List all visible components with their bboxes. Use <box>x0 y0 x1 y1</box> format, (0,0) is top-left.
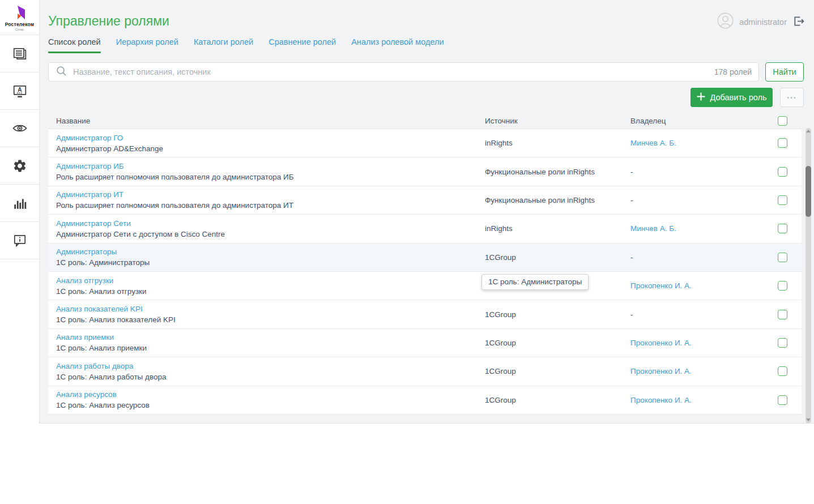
search-input[interactable] <box>73 67 709 76</box>
role-description: 1С роль: Анализ ресурсов <box>56 400 485 410</box>
role-name-link[interactable]: Анализ ресурсов <box>56 390 485 399</box>
role-description: 1С роль: Анализ показателей KPI <box>56 315 485 324</box>
main-content: Управление ролями administrator <box>40 0 814 424</box>
sidebar-item-monitoring[interactable] <box>0 110 39 147</box>
add-role-button[interactable]: Добавить роль <box>691 88 773 107</box>
sidebar-item-settings[interactable] <box>0 147 39 185</box>
role-description: 1С роль: Анализ отгрузки <box>56 287 485 296</box>
row-checkbox[interactable] <box>778 281 787 291</box>
search-icon <box>56 65 73 79</box>
find-button[interactable]: Найти <box>765 62 804 82</box>
sidebar-item-display[interactable]: A <box>0 72 39 110</box>
table-row[interactable]: Анализ показателей KPI1С роль: Анализ по… <box>48 300 802 328</box>
role-owner[interactable]: Прокопенко И. А. <box>630 339 777 347</box>
role-source: Функциональные роли inRights <box>485 168 630 176</box>
role-source: inRights <box>485 139 630 147</box>
role-name-link[interactable]: Администратор Сети <box>56 219 485 228</box>
table-row[interactable]: Администратор ИБРоль расширяет полномочи… <box>48 157 802 186</box>
roles-table: Название Источник Владелец Администратор… <box>48 113 802 415</box>
logout-icon <box>792 15 806 29</box>
table-row[interactable]: Администратор ГОАдминистратор AD&Exchang… <box>48 129 802 157</box>
plus-icon <box>697 92 705 102</box>
table-row[interactable]: Анализ приемки1С роль: Анализ приемки 1C… <box>48 329 802 357</box>
sidebar: Ростелеком Солар A <box>0 0 40 424</box>
role-owner: - <box>630 253 777 262</box>
sidebar-item-documents[interactable] <box>0 35 39 72</box>
row-checkbox[interactable] <box>778 366 787 376</box>
row-checkbox[interactable] <box>778 195 787 205</box>
table-header: Название Источник Владелец <box>48 113 802 129</box>
tab-role-hierarchy[interactable]: Иерархия ролей <box>116 37 178 53</box>
table-row[interactable]: Администраторы1С роль: Администраторы 1C… <box>48 244 802 272</box>
row-checkbox[interactable] <box>778 138 787 148</box>
role-name-link[interactable]: Анализ отгрузки <box>56 276 485 285</box>
row-checkbox[interactable] <box>778 224 787 233</box>
role-name-link[interactable]: Администратор ИТ <box>56 190 485 199</box>
table-row[interactable]: Анализ работы двора1С роль: Анализ работ… <box>48 357 802 386</box>
role-name-link[interactable]: Администратор ГО <box>56 133 485 143</box>
role-owner: - <box>630 168 777 176</box>
row-checkbox[interactable] <box>778 310 787 319</box>
role-source: 1CGroup <box>485 367 630 375</box>
row-checkbox[interactable] <box>778 338 787 348</box>
vertical-scrollbar-thumb[interactable] <box>806 166 811 217</box>
role-name-link[interactable]: Анализ работы двора <box>56 361 485 371</box>
role-source: 1CGroup <box>485 339 630 347</box>
app-window: Ростелеком Солар A <box>0 0 814 424</box>
more-actions-button[interactable]: ••• <box>780 88 804 107</box>
brand-logo[interactable]: Ростелеком Солар <box>0 0 39 35</box>
table-row[interactable]: Анализ отгрузки1С роль: Анализ отгрузки … <box>48 272 802 300</box>
add-role-label: Добавить роль <box>710 93 767 102</box>
role-source: 1CGroup <box>485 310 630 319</box>
table-row[interactable]: Администратор ИТРоль расширяет полномочи… <box>48 186 802 215</box>
table-row[interactable]: Администратор СетиАдминистратор Сети с д… <box>48 215 802 243</box>
role-description: Администратор AD&Exchange <box>56 144 485 153</box>
brand-name: Ростелеком <box>5 22 35 27</box>
tab-role-list[interactable]: Список ролей <box>48 37 101 53</box>
page-title: Управление ролями <box>48 14 169 29</box>
search-box: 178 ролей <box>48 62 759 82</box>
role-owner[interactable]: Прокопенко И. А. <box>630 396 777 404</box>
role-name-link[interactable]: Анализ показателей KPI <box>56 304 485 314</box>
column-header-name: Название <box>48 117 485 125</box>
row-checkbox[interactable] <box>778 253 787 262</box>
rostelecom-logo-icon <box>11 5 28 21</box>
tab-role-model-analysis[interactable]: Анализ ролевой модели <box>351 37 444 53</box>
row-checkbox[interactable] <box>778 167 787 177</box>
scrollbar-up-arrow-icon[interactable] <box>806 130 811 133</box>
role-owner[interactable]: Прокопенко И. А. <box>630 367 777 375</box>
role-source: inRights <box>485 224 630 233</box>
role-name-link[interactable]: Анализ приемки <box>56 332 485 342</box>
role-owner[interactable]: Минчев А. Б. <box>630 224 777 233</box>
role-owner: - <box>630 196 777 204</box>
row-checkbox[interactable] <box>778 395 787 405</box>
role-description: 1С роль: Анализ работы двора <box>56 372 485 382</box>
monitor-a-icon: A <box>12 84 27 99</box>
sidebar-item-feedback[interactable] <box>0 222 39 259</box>
brand-subtitle: Солар <box>15 28 24 31</box>
gear-icon <box>12 159 27 173</box>
tooltip: 1С роль: Администраторы <box>481 274 589 290</box>
avatar-icon[interactable] <box>717 12 734 31</box>
tab-role-comparison[interactable]: Сравнение ролей <box>269 37 336 53</box>
role-description: Администратор Сети с доступом в Cisco Ce… <box>56 229 485 239</box>
role-owner[interactable]: Прокопенко И. А. <box>630 281 777 290</box>
scrollbar-down-arrow-icon[interactable] <box>806 418 811 421</box>
tab-role-catalogs[interactable]: Каталоги ролей <box>194 37 253 53</box>
role-owner: - <box>630 310 777 319</box>
bar-chart-icon <box>12 196 27 211</box>
role-name-link[interactable]: Администратор ИБ <box>56 161 485 171</box>
role-owner[interactable]: Минчев А. Б. <box>630 139 777 147</box>
eye-icon <box>12 121 28 136</box>
role-description: 1С роль: Анализ приемки <box>56 343 485 353</box>
select-all-checkbox[interactable] <box>778 116 787 126</box>
sidebar-item-reports[interactable] <box>0 185 39 222</box>
svg-text:A: A <box>18 87 22 93</box>
column-header-source: Источник <box>485 117 630 125</box>
table-row[interactable]: Анализ ресурсов1С роль: Анализ ресурсов … <box>48 386 802 415</box>
role-name-link[interactable]: Администраторы <box>56 247 485 257</box>
role-description: Роль расширяет полномочия пользователя д… <box>56 200 485 210</box>
logout-button[interactable] <box>792 15 806 29</box>
role-source: 1CGroup <box>485 396 630 404</box>
role-source: Функциональные роли inRights <box>485 196 630 204</box>
